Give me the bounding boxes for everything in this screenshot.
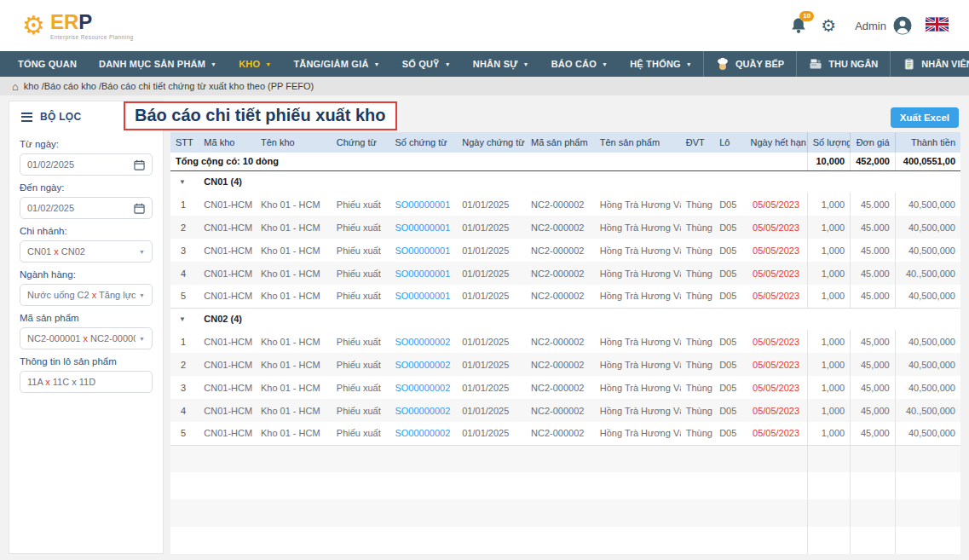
cell-thanh-tien: 40.,500,000: [895, 262, 960, 285]
col-header-ma-san-pham: Mã sản phẩm: [526, 132, 595, 153]
header-actions: 10 ⚙ Admin: [790, 16, 949, 35]
user-name: Admin: [855, 20, 886, 32]
cell-ten-kho: Kho 01 - HCM: [256, 193, 332, 216]
cell-ten-kho: Kho 01 - HCM: [256, 399, 332, 422]
cell-so-chung-tu[interactable]: SO00000002: [389, 353, 457, 376]
export-excel-button[interactable]: Xuất Excel: [891, 107, 959, 128]
nav-item-4[interactable]: SỐ QUỸ▼: [391, 51, 462, 77]
breadcrumb[interactable]: ⌂ kho /Báo cáo kho /Báo cáo chi tiết chứ…: [0, 77, 969, 95]
nav-item-label: SỐ QUỸ: [402, 59, 440, 69]
nav-item-3[interactable]: TĂNG/GIẢM GIÁ▼: [282, 51, 390, 77]
cell-lo: D05: [714, 330, 745, 353]
cell-dvt: Thùng: [681, 399, 714, 422]
group-name: CN02 (4): [199, 308, 960, 330]
nav-shortcut-cashier[interactable]: THU NGÂN: [796, 51, 890, 77]
cell-ten-kho: Kho 01 - HCM: [256, 330, 332, 353]
branch-select[interactable]: CN01 x CN02 ▼: [20, 240, 153, 263]
cell-ten-san-pham: Hồng Trà Hương Vải: [595, 399, 681, 422]
cell-lo: D05: [714, 353, 745, 376]
chevron-down-icon: ▼: [265, 61, 271, 67]
branch-label: Chi nhánh:: [20, 226, 153, 236]
empty-cell: [681, 445, 714, 472]
col-header-ten-kho: Tên kho: [256, 132, 332, 153]
cell-ngay-het-han: 05/05/2023: [745, 239, 807, 262]
cell-so-chung-tu[interactable]: SO00000001: [389, 216, 457, 239]
cell-so-chung-tu[interactable]: SO00000002: [389, 422, 457, 445]
breadcrumb-text: kho /Báo cáo kho /Báo cáo chi tiết chứng…: [24, 81, 314, 91]
cell-ma-kho: CN01-HCM: [199, 399, 256, 422]
col-header-ngay-het-han: Ngày hết hạn: [745, 132, 807, 153]
lot-info-input[interactable]: 11A x 11C x 11D: [20, 371, 153, 393]
product-code-select[interactable]: NC2-000001 x NC2-0000002... ▼: [20, 327, 153, 349]
nav-item-2[interactable]: KHO▼: [228, 51, 282, 77]
empty-cell: [332, 445, 390, 472]
cell-so-chung-tu[interactable]: SO00000002: [389, 330, 457, 353]
nav-item-label: TỔNG QUAN: [18, 59, 77, 69]
cell-don-gia: 45,000: [851, 330, 896, 353]
empty-cell: [199, 499, 256, 527]
table-row: 1CN01-HCMKho 01 - HCMPhiếu xuấtSO0000000…: [170, 330, 960, 353]
cell-so-chung-tu[interactable]: SO00000002: [389, 376, 457, 399]
cell-dvt: Thùng: [681, 193, 714, 216]
cell-so-chung-tu[interactable]: SO00000002: [389, 399, 457, 422]
nav-item-5[interactable]: NHÂN SỰ▼: [462, 51, 540, 77]
cell-so-chung-tu[interactable]: SO00000001: [389, 285, 457, 308]
cell-chung-tu: Phiếu xuất: [332, 285, 390, 308]
nav-item-7[interactable]: HỆ THỐNG▼: [619, 51, 703, 77]
cell-stt: 3: [170, 376, 199, 399]
settings-button[interactable]: ⚙: [821, 17, 836, 34]
from-date-input[interactable]: 01/02/2025: [20, 153, 153, 176]
cell-ngay-chung-tu: 01/01/2025: [457, 216, 526, 239]
cell-ten-kho: Kho 01 - HCM: [256, 422, 332, 445]
empty-cell: [714, 472, 745, 499]
empty-cell: [595, 445, 681, 472]
from-date-value: 01/02/2025: [27, 159, 74, 170]
user-menu[interactable]: Admin: [850, 16, 912, 35]
cell-so-luong: 1,000: [807, 262, 850, 285]
cell-ngay-chung-tu: 01/01/2025: [457, 353, 526, 376]
cell-so-chung-tu[interactable]: SO00000001: [389, 193, 457, 216]
collapse-icon[interactable]: ▼: [170, 170, 199, 193]
cell-dvt: Thùng: [681, 216, 714, 239]
cell-chung-tu: Phiếu xuất: [332, 262, 390, 285]
product-code-value: NC2-000001 x NC2-0000002...: [27, 333, 136, 344]
nav-shortcut-staff[interactable]: NHÂN VIÊN: [890, 51, 969, 77]
collapse-icon[interactable]: ▼: [170, 308, 199, 330]
table-row: 3CN01-HCMKho 01 - HCMPhiếu xuấtSO0000000…: [170, 376, 960, 399]
group-row-1: ▼CN02 (4): [170, 308, 960, 330]
table-row: 5CN01-HCMKho 01 - HCMPhiếu xuấtSO0000000…: [170, 422, 960, 445]
group-name: CN01 (4): [199, 170, 960, 193]
nav-item-6[interactable]: BÁO CÁO▼: [540, 51, 620, 77]
to-date-input[interactable]: 01/02/2025: [20, 197, 153, 219]
table-row: 2CN01-HCMKho 01 - HCMPhiếu xuấtSO0000000…: [170, 353, 960, 376]
language-switcher[interactable]: [926, 17, 949, 35]
cell-ma-kho: CN01-HCM: [199, 216, 256, 239]
cell-so-chung-tu[interactable]: SO00000001: [389, 239, 457, 262]
logo-text: ERP: [50, 12, 134, 32]
cell-don-gia: 45.000: [851, 239, 896, 262]
cell-so-luong: 1,000: [807, 399, 850, 422]
cell-so-chung-tu[interactable]: SO00000001: [389, 262, 457, 285]
cell-dvt: Thùng: [681, 239, 714, 262]
empty-cell: [681, 472, 714, 499]
nav-shortcut-kitchen[interactable]: QUẦY BẾP: [703, 51, 796, 77]
nav-item-1[interactable]: DANH MỤC SẢN PHẨM▼: [88, 51, 228, 77]
cell-lo: D05: [714, 216, 745, 239]
cell-chung-tu: Phiếu xuất: [332, 399, 390, 422]
notifications-button[interactable]: 10: [790, 17, 807, 34]
empty-cell: [170, 445, 199, 472]
cell-don-gia: 45,000: [851, 399, 896, 422]
industry-select[interactable]: Nước uống C2 x Tăng lực ▼: [20, 284, 153, 306]
empty-cell: [807, 445, 850, 472]
col-header-dvt: ĐVT: [681, 132, 714, 153]
nav-item-0[interactable]: TỔNG QUAN: [7, 51, 88, 77]
empty-cell: [895, 499, 960, 527]
cell-ma-kho: CN01-HCM: [199, 262, 256, 285]
notification-badge: 10: [799, 11, 814, 21]
empty-cell: [389, 499, 457, 527]
cell-ten-san-pham: Hồng Trà Hương Vải: [595, 239, 681, 262]
cell-ten-san-pham: Hồng Trà Hương Vải: [595, 330, 681, 353]
empty-cell: [389, 445, 457, 472]
erp-logo[interactable]: ⚙ ERP Enterprise Resource Planning: [22, 12, 133, 40]
cell-ten-san-pham: Hồng Trà Hương Vải: [595, 353, 681, 376]
